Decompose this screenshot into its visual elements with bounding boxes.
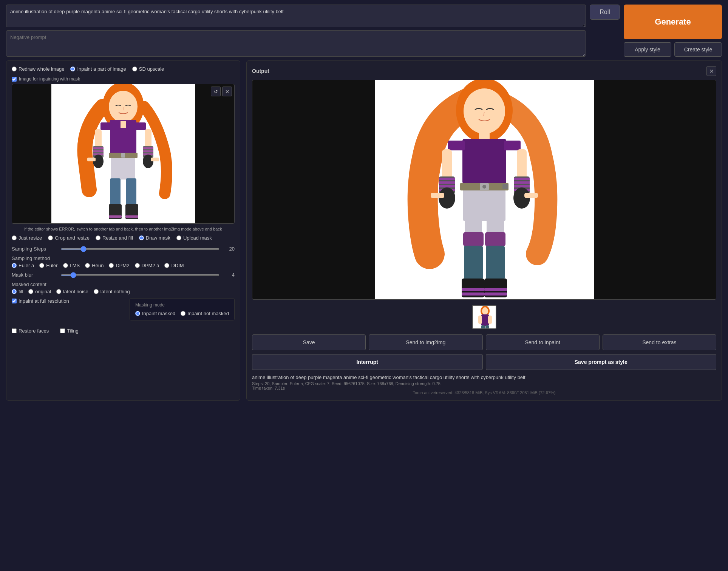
tiling-option[interactable]: Tiling (60, 328, 79, 334)
right-buttons: Generate Apply style Create style (624, 5, 722, 57)
resize-fill-radio[interactable] (96, 235, 100, 240)
inpaint-masked-radio[interactable] (135, 311, 140, 316)
send-to-extras-button[interactable]: Send to extras (603, 334, 716, 350)
save-button[interactable]: Save (252, 334, 366, 350)
upload-mask[interactable]: Upload mask (176, 235, 212, 241)
method-ddim-label: DDIM (171, 263, 184, 268)
mode-sd-upscale[interactable]: SD upscale (132, 66, 164, 72)
method-lms[interactable]: LMS (63, 263, 80, 268)
method-euler-a-radio[interactable] (12, 263, 17, 268)
content-original-radio[interactable] (28, 289, 33, 294)
svg-rect-72 (462, 292, 484, 296)
main-prompt-input[interactable]: anime illustration of deep purple magent… (6, 5, 586, 27)
output-label: Output (252, 68, 269, 74)
method-euler[interactable]: Euler (39, 263, 57, 268)
content-latent-noise[interactable]: latent noise (56, 289, 88, 294)
method-heun[interactable]: Heun (85, 263, 104, 268)
upload-mask-radio[interactable] (176, 235, 181, 240)
svg-rect-64 (463, 232, 484, 246)
draw-mask-radio[interactable] (139, 235, 144, 240)
svg-rect-40 (504, 141, 521, 150)
sampling-method-label: Sampling method (12, 255, 235, 261)
apply-style-button[interactable]: Apply style (624, 42, 671, 57)
generate-button[interactable]: Generate (624, 5, 722, 39)
content-fill-radio[interactable] (12, 289, 17, 294)
svg-rect-21 (151, 158, 159, 161)
inpaint-not-masked-option[interactable]: Inpaint not masked (181, 311, 229, 316)
content-original[interactable]: original (28, 289, 51, 294)
resize-crop-radio[interactable] (48, 235, 53, 240)
restore-faces-checkbox[interactable] (12, 328, 17, 333)
svg-rect-66 (464, 246, 483, 280)
svg-point-18 (93, 155, 104, 168)
bottom-checkboxes: Restore faces Tiling (12, 328, 235, 334)
roll-button[interactable]: Roll (590, 5, 620, 20)
svg-rect-12 (93, 150, 104, 152)
resize-crop[interactable]: Crop and resize (48, 235, 90, 241)
reset-button[interactable]: ↺ (211, 87, 221, 96)
thumbnail-item[interactable] (472, 305, 496, 329)
send-to-img2img-button[interactable]: Send to img2img (369, 334, 482, 350)
inpaint-image-container: ↺ ✕ (12, 84, 235, 224)
create-style-button[interactable]: Create style (674, 42, 722, 57)
negative-prompt-input[interactable] (6, 30, 586, 57)
left-panel: Redraw whole image Inpaint a part of ima… (6, 60, 240, 401)
content-latent-noise-radio[interactable] (56, 289, 61, 294)
mode-redraw[interactable]: Redraw whole image (12, 66, 64, 72)
svg-point-20 (143, 155, 153, 168)
content-latent-nothing-radio[interactable] (94, 289, 99, 294)
method-euler-radio[interactable] (39, 263, 44, 268)
image-checkbox[interactable] (12, 77, 17, 82)
interrupt-button[interactable]: Interrupt (252, 354, 483, 370)
masking-mode-label: Masking mode (135, 302, 229, 308)
inpaint-image[interactable] (12, 84, 234, 223)
method-dpm2a[interactable]: DPM2 a (135, 263, 159, 268)
svg-rect-71 (484, 288, 507, 291)
mode-inpaint-radio[interactable] (70, 67, 75, 71)
mask-blur-value: 4 (223, 272, 235, 278)
inpaint-full-res-checkbox[interactable] (12, 299, 17, 303)
send-to-inpaint-button[interactable]: Send to inpaint (486, 334, 600, 350)
sampling-steps-slider[interactable] (61, 248, 219, 250)
resize-just-radio[interactable] (12, 235, 17, 240)
resize-just[interactable]: Just resize (12, 235, 42, 241)
sampling-steps-value: 20 (223, 246, 235, 252)
top-bar: anime illustration of deep purple magent… (6, 5, 722, 57)
save-prompt-style-button[interactable]: Save prompt as style (486, 354, 717, 370)
method-heun-radio[interactable] (85, 263, 90, 268)
resize-fill-label: Resize and fill (102, 235, 133, 241)
mode-redraw-radio[interactable] (12, 67, 17, 71)
restore-faces-option[interactable]: Restore faces (12, 328, 49, 334)
mode-inpaint[interactable]: Inpaint a part of image (70, 66, 126, 72)
method-ddim[interactable]: DDIM (164, 263, 184, 268)
close-output-button[interactable]: ✕ (706, 66, 716, 76)
inpaint-masked-option[interactable]: Inpaint masked (135, 311, 175, 316)
output-anime-svg (375, 80, 594, 299)
resize-fill[interactable]: Resize and fill (96, 235, 133, 241)
right-panel: Output ✕ (246, 60, 722, 401)
method-lms-radio[interactable] (63, 263, 68, 268)
mode-sd-upscale-radio[interactable] (132, 67, 137, 71)
method-dpm2a-radio[interactable] (135, 263, 140, 268)
inpaint-not-masked-label: Inpaint not masked (187, 311, 229, 316)
content-fill[interactable]: fill (12, 289, 23, 294)
svg-rect-46 (439, 185, 455, 187)
mode-tabs: Redraw whole image Inpaint a part of ima… (12, 66, 235, 72)
mask-blur-slider[interactable] (61, 274, 219, 276)
svg-rect-78 (478, 316, 482, 324)
output-image-inner[interactable] (252, 80, 716, 299)
svg-rect-5 (121, 121, 126, 128)
inpaint-not-masked-radio[interactable] (181, 311, 185, 316)
method-dpm2-radio[interactable] (109, 263, 114, 268)
content-latent-nothing[interactable]: latent nothing (94, 289, 130, 294)
tiling-checkbox[interactable] (60, 328, 65, 333)
inpaint-full-res-label[interactable]: Inpaint at full resolution (12, 298, 69, 304)
method-ddim-radio[interactable] (164, 263, 169, 268)
close-image-button[interactable]: ✕ (222, 87, 232, 96)
svg-rect-15 (143, 147, 153, 149)
method-dpm2[interactable]: DPM2 (109, 263, 129, 268)
row-options: Inpaint at full resolution Masking mode … (12, 298, 235, 324)
output-header: Output ✕ (252, 66, 716, 76)
method-euler-a[interactable]: Euler a (12, 263, 34, 268)
draw-mask[interactable]: Draw mask (139, 235, 170, 241)
